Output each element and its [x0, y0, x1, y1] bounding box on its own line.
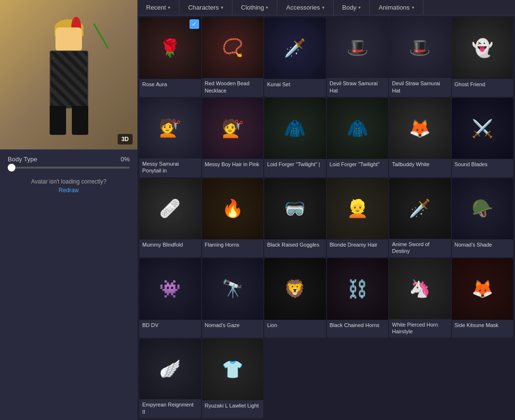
tab-label-body: Body	[342, 4, 357, 11]
item-image-side-kitsune: 🦊	[452, 258, 514, 320]
grid-item-rose-aura[interactable]: ✓🌹Rose Aura	[139, 17, 201, 97]
grid-item-loid-2[interactable]: 🧥Loid Forger "Twilight"	[327, 98, 389, 177]
item-icon-anime-sword: 🗡️	[409, 200, 431, 217]
item-icon-rose-aura: 🌹	[159, 39, 181, 57]
tab-label-characters: Characters	[188, 4, 219, 11]
item-image-messy-boy: 💇	[202, 98, 264, 159]
tab-accessories[interactable]: Accessories▾	[277, 0, 333, 15]
item-label-red-wooden: Red Wooden Bead Necklace	[202, 78, 264, 97]
grid-item-messy-samurai[interactable]: 💇Messy Samurai Ponytail in	[139, 98, 201, 177]
item-image-empyrean: 🪽	[139, 339, 201, 399]
redraw-button[interactable]: Redraw	[57, 185, 81, 196]
grid-item-tailbuddy[interactable]: 🦊Tailbuddy White	[389, 98, 451, 177]
items-grid: ✓🌹Rose Aura📿Red Wooden Bead Necklace🗡️Ku…	[137, 15, 515, 420]
item-icon-nomads-gaze: 🔭	[222, 280, 244, 298]
item-label-messy-samurai: Messy Samurai Ponytail in	[139, 158, 201, 177]
item-label-black-goggles: Black Raised Goggles	[264, 239, 326, 251]
grid-item-nomads-shade[interactable]: 🪖Nomad's Shade	[452, 178, 514, 258]
body-type-slider[interactable]	[8, 167, 130, 169]
item-label-black-chained: Black Chained Horns	[327, 320, 389, 331]
item-label-kunai-set: Kunai Set	[264, 79, 326, 91]
tab-characters[interactable]: Characters▾	[179, 0, 232, 15]
grid-item-kunai-set[interactable]: 🗡️Kunai Set	[264, 17, 326, 97]
item-image-loid-1: 🧥	[264, 98, 326, 159]
three-d-badge[interactable]: 3D	[118, 134, 133, 144]
grid-item-nomads-gaze[interactable]: 🔭Nomad's Gaze	[202, 258, 264, 338]
grid-item-flaming-horns[interactable]: 🔥Flaming Horns	[202, 178, 264, 258]
grid-item-white-pierced[interactable]: 🦄White Pierced Horn Hairstyle	[389, 258, 451, 338]
tab-clothing[interactable]: Clothing▾	[232, 0, 278, 15]
item-label-lion: Lion	[264, 320, 326, 331]
nav-tabs: Recent▾Characters▾Clothing▾Accessories▾B…	[137, 0, 515, 15]
item-icon-nomads-shade: 🪖	[472, 200, 493, 217]
item-label-tailbuddy: Tailbuddy White	[389, 159, 451, 171]
avatar-preview: 3D	[0, 0, 137, 149]
item-label-messy-boy: Messy Boy Hair in Pink	[202, 159, 264, 171]
item-label-blonde-dreamy: Blonde Dreamy Hair	[327, 239, 389, 251]
grid-item-devil-hat-1[interactable]: 🎩Devil Straw Samurai Hat	[327, 17, 389, 97]
slider-thumb[interactable]	[8, 164, 15, 171]
grid-item-red-wooden[interactable]: 📿Red Wooden Bead Necklace	[202, 17, 264, 97]
body-type-section: Body Type 0%	[0, 149, 137, 174]
grid-item-lion[interactable]: 🦁Lion	[264, 258, 326, 338]
item-image-tailbuddy: 🦊	[389, 98, 451, 159]
grid-item-side-kitsune[interactable]: 🦊Side Kitsune Mask	[452, 258, 514, 338]
item-image-black-chained: ⛓️	[327, 258, 389, 320]
grid-item-devil-hat-2[interactable]: 🎩Devil Straw Samurai Hat	[389, 17, 451, 97]
grid-item-ryuzaki[interactable]: 👕Ryuzaki L Lawliet Light	[202, 339, 264, 418]
grid-item-mummy-blindfold[interactable]: 🩹Mummy Blindfold	[139, 178, 201, 258]
grid-item-loid-1[interactable]: 🧥Loid Forger "Twilight" |	[264, 98, 326, 177]
grid-item-ghost-friend[interactable]: 👻Ghost Friend	[452, 17, 514, 97]
item-icon-loid-2: 🧥	[347, 120, 368, 137]
item-label-loid-1: Loid Forger "Twilight" |	[264, 159, 326, 171]
grid-item-empyrean[interactable]: 🪽Empyrean Reignment II	[139, 339, 201, 418]
body-type-header: Body Type 0%	[8, 156, 130, 163]
avatar-right-leg	[72, 106, 88, 135]
item-image-lion: 🦁	[264, 258, 326, 320]
tab-animations[interactable]: Animations▾	[370, 0, 423, 15]
item-label-ghost-friend: Ghost Friend	[452, 79, 514, 91]
body-type-percent: 0%	[121, 156, 130, 163]
grid-item-black-goggles[interactable]: 🥽Black Raised Goggles	[264, 178, 326, 258]
grid-item-black-chained[interactable]: ⛓️Black Chained Horns	[327, 258, 389, 338]
item-icon-messy-boy: 💇	[222, 120, 244, 137]
item-image-devil-hat-2: 🎩	[389, 17, 451, 78]
item-image-loid-2: 🧥	[327, 98, 389, 159]
item-label-white-pierced: White Pierced Horn Hairstyle	[389, 319, 451, 338]
item-icon-messy-samurai: 💇	[159, 119, 181, 137]
right-panel: Recent▾Characters▾Clothing▾Accessories▾B…	[137, 0, 515, 420]
tab-label-recent: Recent	[146, 4, 166, 11]
avatar-error-section: Avatar isn't loading correctly? Redraw	[0, 174, 137, 199]
item-image-messy-samurai: 💇	[139, 98, 201, 158]
item-icon-loid-1: 🧥	[284, 120, 306, 137]
item-icon-black-chained: ⛓️	[347, 280, 368, 298]
tab-body[interactable]: Body▾	[334, 0, 370, 15]
tab-recent[interactable]: Recent▾	[137, 0, 179, 15]
item-icon-mummy-blindfold: 🩹	[159, 200, 181, 217]
avatar-figure	[26, 12, 112, 137]
item-image-nomads-shade: 🪖	[452, 178, 514, 240]
item-image-bd-dv: 👾	[139, 258, 201, 320]
avatar-left-leg	[50, 106, 66, 135]
item-label-nomads-gaze: Nomad's Gaze	[202, 320, 264, 331]
item-icon-lion: 🦁	[284, 280, 306, 298]
item-image-red-wooden: 📿	[202, 17, 264, 78]
item-icon-tailbuddy: 🦊	[409, 120, 431, 137]
item-label-ryuzaki: Ryuzaki L Lawliet Light	[202, 400, 264, 412]
item-icon-white-pierced: 🦄	[409, 280, 431, 297]
item-image-rose-aura: ✓🌹	[139, 17, 201, 79]
avatar-rose-stem	[93, 23, 109, 49]
item-label-anime-sword: Anime Sword of Destiny	[389, 239, 451, 258]
item-label-empyrean: Empyrean Reignment II	[139, 399, 201, 418]
item-icon-ryuzaki: 👕	[222, 361, 244, 378]
item-image-kunai-set: 🗡️	[264, 17, 326, 79]
grid-item-anime-sword[interactable]: 🗡️Anime Sword of Destiny	[389, 178, 451, 258]
grid-item-messy-boy[interactable]: 💇Messy Boy Hair in Pink	[202, 98, 264, 177]
grid-item-bd-dv[interactable]: 👾BD DV	[139, 258, 201, 338]
grid-item-blonde-dreamy[interactable]: 👱Blonde Dreamy Hair	[327, 178, 389, 258]
grid-item-sound-blades[interactable]: ⚔️Sound Blades	[452, 98, 514, 177]
item-icon-devil-hat-1: 🎩	[347, 39, 368, 56]
avatar-error-text: Avatar isn't loading correctly?	[31, 178, 106, 185]
item-label-mummy-blindfold: Mummy Blindfold	[139, 239, 201, 251]
item-label-bd-dv: BD DV	[139, 320, 201, 331]
